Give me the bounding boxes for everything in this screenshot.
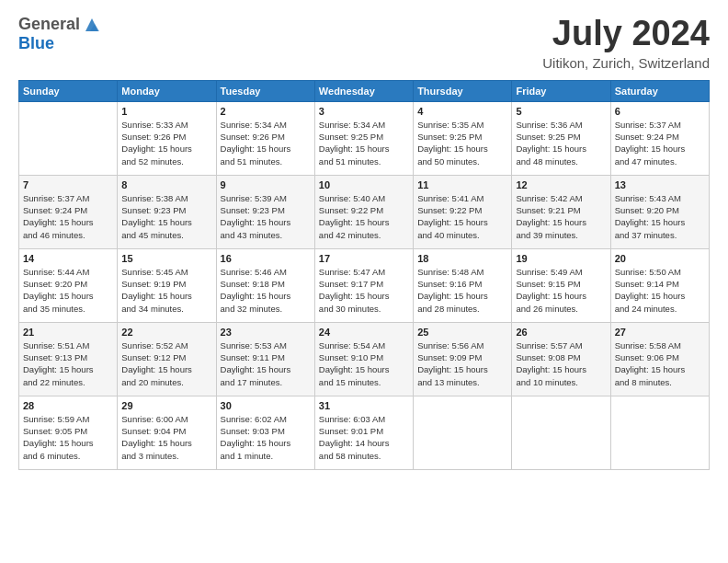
day-number: 26 (516, 327, 606, 338)
day-info: Sunrise: 5:49 AM Sunset: 9:15 PM Dayligh… (516, 266, 606, 315)
day-info: Sunrise: 5:50 AM Sunset: 9:14 PM Dayligh… (615, 266, 705, 315)
day-info: Sunrise: 5:39 AM Sunset: 9:23 PM Dayligh… (221, 192, 311, 241)
day-number: 9 (221, 179, 311, 190)
calendar-cell: 5Sunrise: 5:36 AM Sunset: 9:25 PM Daylig… (512, 101, 610, 175)
day-of-week-header: Tuesday (216, 80, 314, 101)
calendar-cell: 2Sunrise: 5:34 AM Sunset: 9:26 PM Daylig… (216, 101, 314, 175)
day-info: Sunrise: 5:37 AM Sunset: 9:24 PM Dayligh… (23, 192, 113, 241)
day-info: Sunrise: 5:53 AM Sunset: 9:11 PM Dayligh… (221, 339, 311, 388)
day-number: 6 (615, 106, 705, 117)
calendar-table: SundayMondayTuesdayWednesdayThursdayFrid… (18, 80, 710, 470)
day-info: Sunrise: 6:02 AM Sunset: 9:03 PM Dayligh… (221, 413, 311, 462)
day-info: Sunrise: 5:54 AM Sunset: 9:10 PM Dayligh… (319, 339, 409, 388)
calendar-cell: 9Sunrise: 5:39 AM Sunset: 9:23 PM Daylig… (216, 175, 314, 248)
calendar-cell: 12Sunrise: 5:42 AM Sunset: 9:21 PM Dayli… (512, 175, 610, 248)
calendar-cell: 10Sunrise: 5:40 AM Sunset: 9:22 PM Dayli… (314, 175, 413, 248)
day-info: Sunrise: 5:41 AM Sunset: 9:22 PM Dayligh… (417, 192, 507, 241)
calendar-cell: 23Sunrise: 5:53 AM Sunset: 9:11 PM Dayli… (216, 322, 314, 396)
logo-icon (82, 15, 102, 35)
day-number: 30 (221, 400, 311, 411)
calendar-cell: 31Sunrise: 6:03 AM Sunset: 9:01 PM Dayli… (314, 396, 413, 469)
day-of-week-header: Saturday (610, 80, 709, 101)
day-info: Sunrise: 5:34 AM Sunset: 9:26 PM Dayligh… (221, 119, 311, 167)
day-number: 15 (121, 253, 211, 264)
calendar-cell: 7Sunrise: 5:37 AM Sunset: 9:24 PM Daylig… (19, 175, 118, 248)
calendar-cell: 20Sunrise: 5:50 AM Sunset: 9:14 PM Dayli… (610, 248, 709, 322)
calendar-cell: 4Sunrise: 5:35 AM Sunset: 9:25 PM Daylig… (414, 101, 512, 175)
calendar-cell (610, 396, 709, 469)
day-info: Sunrise: 6:00 AM Sunset: 9:04 PM Dayligh… (121, 413, 211, 462)
day-info: Sunrise: 5:45 AM Sunset: 9:19 PM Dayligh… (121, 266, 211, 315)
day-number: 23 (221, 327, 311, 338)
day-number: 29 (121, 400, 211, 411)
page: General Blue July 2024 Uitikon, Zurich, … (0, 0, 728, 563)
day-number: 10 (319, 179, 409, 190)
day-info: Sunrise: 5:44 AM Sunset: 9:20 PM Dayligh… (23, 266, 113, 315)
calendar-cell: 28Sunrise: 5:59 AM Sunset: 9:05 PM Dayli… (19, 396, 118, 469)
calendar-cell: 15Sunrise: 5:45 AM Sunset: 9:19 PM Dayli… (118, 248, 216, 322)
day-info: Sunrise: 5:47 AM Sunset: 9:17 PM Dayligh… (319, 266, 409, 315)
day-info: Sunrise: 5:35 AM Sunset: 9:25 PM Dayligh… (417, 119, 507, 167)
day-info: Sunrise: 5:58 AM Sunset: 9:06 PM Dayligh… (615, 339, 705, 388)
day-info: Sunrise: 5:43 AM Sunset: 9:20 PM Dayligh… (615, 192, 705, 241)
calendar-cell (512, 396, 610, 469)
day-number: 7 (23, 179, 113, 190)
day-info: Sunrise: 5:37 AM Sunset: 9:24 PM Dayligh… (615, 119, 705, 167)
calendar-cell: 13Sunrise: 5:43 AM Sunset: 9:20 PM Dayli… (610, 175, 709, 248)
calendar-cell: 24Sunrise: 5:54 AM Sunset: 9:10 PM Dayli… (314, 322, 413, 396)
day-number: 4 (417, 106, 507, 117)
day-number: 2 (221, 106, 311, 117)
day-of-week-header: Wednesday (314, 80, 413, 101)
day-number: 31 (319, 400, 409, 411)
calendar-cell: 22Sunrise: 5:52 AM Sunset: 9:12 PM Dayli… (118, 322, 216, 396)
calendar-cell: 29Sunrise: 6:00 AM Sunset: 9:04 PM Dayli… (118, 396, 216, 469)
day-info: Sunrise: 5:40 AM Sunset: 9:22 PM Dayligh… (319, 192, 409, 241)
day-info: Sunrise: 5:59 AM Sunset: 9:05 PM Dayligh… (23, 413, 113, 462)
day-number: 20 (615, 253, 705, 264)
day-number: 3 (319, 106, 409, 117)
day-of-week-header: Thursday (414, 80, 512, 101)
month-title: July 2024 (542, 15, 710, 53)
day-info: Sunrise: 5:48 AM Sunset: 9:16 PM Dayligh… (417, 266, 507, 315)
title-block: July 2024 Uitikon, Zurich, Switzerland (542, 15, 710, 71)
calendar-cell (414, 396, 512, 469)
day-number: 24 (319, 327, 409, 338)
day-number: 25 (417, 327, 507, 338)
day-info: Sunrise: 5:56 AM Sunset: 9:09 PM Dayligh… (417, 339, 507, 388)
day-number: 21 (23, 327, 113, 338)
day-number: 18 (417, 253, 507, 264)
day-info: Sunrise: 5:34 AM Sunset: 9:25 PM Dayligh… (319, 119, 409, 167)
calendar-cell: 8Sunrise: 5:38 AM Sunset: 9:23 PM Daylig… (118, 175, 216, 248)
day-number: 27 (615, 327, 705, 338)
day-info: Sunrise: 5:46 AM Sunset: 9:18 PM Dayligh… (221, 266, 311, 315)
calendar-cell: 26Sunrise: 5:57 AM Sunset: 9:08 PM Dayli… (512, 322, 610, 396)
calendar-cell: 11Sunrise: 5:41 AM Sunset: 9:22 PM Dayli… (414, 175, 512, 248)
day-number: 28 (23, 400, 113, 411)
logo-blue: Blue (18, 35, 102, 53)
day-number: 17 (319, 253, 409, 264)
day-info: Sunrise: 5:33 AM Sunset: 9:26 PM Dayligh… (121, 119, 211, 167)
calendar-cell (19, 101, 118, 175)
calendar-cell: 27Sunrise: 5:58 AM Sunset: 9:06 PM Dayli… (610, 322, 709, 396)
calendar-cell: 16Sunrise: 5:46 AM Sunset: 9:18 PM Dayli… (216, 248, 314, 322)
day-info: Sunrise: 5:42 AM Sunset: 9:21 PM Dayligh… (516, 192, 606, 241)
day-number: 12 (516, 179, 606, 190)
calendar-cell: 18Sunrise: 5:48 AM Sunset: 9:16 PM Dayli… (414, 248, 512, 322)
day-info: Sunrise: 5:38 AM Sunset: 9:23 PM Dayligh… (121, 192, 211, 241)
day-of-week-header: Sunday (19, 80, 118, 101)
calendar-cell: 6Sunrise: 5:37 AM Sunset: 9:24 PM Daylig… (610, 101, 709, 175)
location: Uitikon, Zurich, Switzerland (542, 55, 710, 71)
day-number: 11 (417, 179, 507, 190)
calendar-cell: 21Sunrise: 5:51 AM Sunset: 9:13 PM Dayli… (19, 322, 118, 396)
day-info: Sunrise: 5:52 AM Sunset: 9:12 PM Dayligh… (121, 339, 211, 388)
day-number: 1 (121, 106, 211, 117)
calendar-cell: 30Sunrise: 6:02 AM Sunset: 9:03 PM Dayli… (216, 396, 314, 469)
day-info: Sunrise: 5:36 AM Sunset: 9:25 PM Dayligh… (516, 119, 606, 167)
calendar-cell: 19Sunrise: 5:49 AM Sunset: 9:15 PM Dayli… (512, 248, 610, 322)
day-number: 5 (516, 106, 606, 117)
logo-general: General (18, 16, 80, 34)
day-number: 14 (23, 253, 113, 264)
day-info: Sunrise: 6:03 AM Sunset: 9:01 PM Dayligh… (319, 413, 409, 462)
calendar-cell: 14Sunrise: 5:44 AM Sunset: 9:20 PM Dayli… (19, 248, 118, 322)
day-number: 16 (221, 253, 311, 264)
